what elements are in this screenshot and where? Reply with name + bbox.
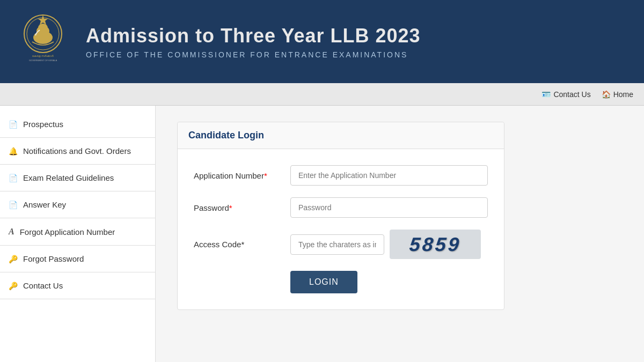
- application-number-label: Application Number*: [194, 171, 290, 180]
- answer-key-icon: 📄: [9, 201, 18, 209]
- sidebar: 📄 Prospectus 🔔 Notifications and Govt. O…: [0, 106, 156, 362]
- captcha-image: 5859: [390, 230, 481, 259]
- forgot-app-number-icon: A: [9, 227, 14, 237]
- contact-icon: 🪪: [541, 90, 551, 99]
- password-group: Password*: [194, 197, 488, 218]
- header-text: Admission to Three Year LLB 2023 OFFICE …: [86, 25, 421, 59]
- sidebar-item-contact-us[interactable]: 🔑 Contact Us: [0, 272, 155, 299]
- home-icon: 🏠: [602, 90, 611, 99]
- application-number-input[interactable]: [290, 165, 488, 186]
- logo: കേരള സർക്കാർ GOVERNMENT OF KERALA: [16, 10, 70, 74]
- login-card-body: Application Number* Password* Access Cod…: [178, 149, 504, 309]
- access-code-input[interactable]: [290, 234, 384, 255]
- access-code-group: Access Code* 5859: [194, 230, 488, 259]
- captcha-text: 5859: [408, 233, 462, 256]
- sidebar-item-notifications[interactable]: 🔔 Notifications and Govt. Orders: [0, 138, 155, 165]
- svg-text:GOVERNMENT OF KERALA: GOVERNMENT OF KERALA: [29, 59, 57, 62]
- header-title: Admission to Three Year LLB 2023: [86, 25, 421, 47]
- sidebar-item-forgot-app-number[interactable]: A Forgot Application Number: [0, 218, 155, 246]
- access-code-label: Access Code*: [194, 240, 290, 249]
- sidebar-item-forgot-password[interactable]: 🔑 Forgot Password: [0, 246, 155, 272]
- contact-icon-sidebar: 🔑: [9, 282, 18, 290]
- password-label: Password*: [194, 203, 290, 212]
- sidebar-item-answer-key[interactable]: 📄 Answer Key: [0, 191, 155, 218]
- password-input[interactable]: [290, 197, 488, 218]
- contact-us-nav-link[interactable]: 🪪 Contact Us: [541, 90, 590, 99]
- main-layout: 📄 Prospectus 🔔 Notifications and Govt. O…: [0, 106, 644, 362]
- svg-text:കേരള സർക്കാർ: കേരള സർക്കാർ: [32, 54, 54, 58]
- login-card: Candidate Login Application Number* Pass…: [177, 122, 504, 310]
- application-number-group: Application Number*: [194, 165, 488, 186]
- exam-guidelines-icon: 📄: [9, 174, 18, 182]
- content-area: Candidate Login Application Number* Pass…: [156, 106, 644, 362]
- login-button[interactable]: LOGIN: [290, 271, 357, 293]
- notifications-icon: 🔔: [9, 147, 18, 156]
- sidebar-item-prospectus[interactable]: 📄 Prospectus: [0, 111, 155, 138]
- forgot-password-icon: 🔑: [9, 255, 18, 263]
- header: കേരള സർക്കാർ GOVERNMENT OF KERALA Admiss…: [0, 0, 644, 83]
- header-subtitle: OFFICE OF THE COMMISSIONER FOR ENTRANCE …: [86, 50, 421, 59]
- sidebar-item-exam-guidelines[interactable]: 📄 Exam Related Guidelines: [0, 165, 155, 191]
- svg-marker-5: [38, 15, 48, 25]
- home-nav-link[interactable]: 🏠 Home: [602, 90, 633, 99]
- navbar: 🪪 Contact Us 🏠 Home: [0, 83, 644, 106]
- login-heading: Candidate Login: [188, 130, 264, 141]
- login-card-header: Candidate Login: [178, 122, 504, 149]
- prospectus-icon: 📄: [9, 120, 18, 129]
